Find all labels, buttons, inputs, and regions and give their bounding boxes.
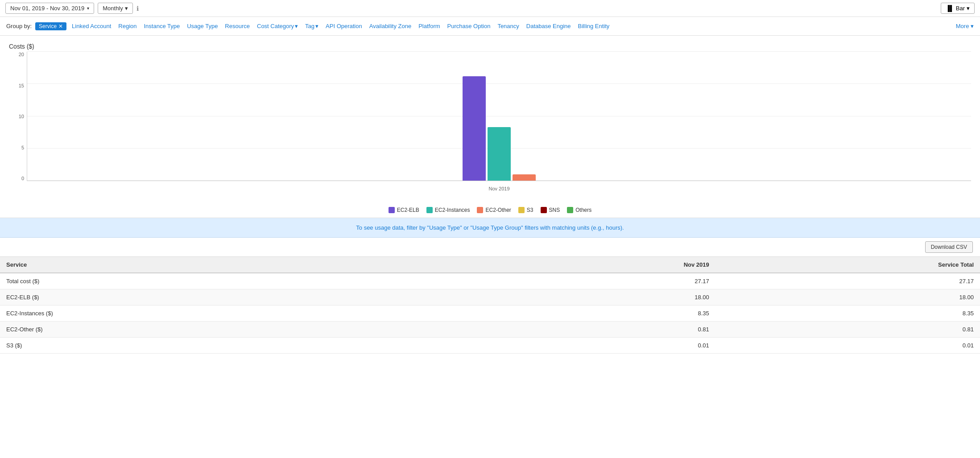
sidebar-item-availability-zone[interactable]: Availability Zone [368, 23, 413, 29]
legend-ec2-elb-label: EC2-ELB [397, 207, 419, 213]
legend-s3-color [518, 207, 525, 213]
x-axis-label: Nov 2019 [488, 186, 509, 191]
cell-nov: 18.00 [372, 289, 715, 305]
cell-nov: 8.35 [372, 305, 715, 322]
bar-ec2-instances[interactable] [488, 127, 511, 181]
chart-legend: EC2-ELB EC2-Instances EC2-Other S3 SNS O… [9, 207, 971, 213]
legend-sns-label: SNS [549, 207, 560, 213]
cell-nov: 27.17 [372, 273, 715, 289]
sidebar-item-platform[interactable]: Platform [417, 23, 442, 29]
legend-ec2-instances: EC2-Instances [426, 207, 470, 213]
cell-service: EC2-Instances ($) [0, 305, 372, 322]
table-row: Total cost ($) 27.17 27.17 [0, 273, 980, 289]
y-label-20: 20 [19, 52, 24, 57]
top-bar-right: ▐▌ Bar ▾ [941, 3, 975, 14]
cell-service: EC2-ELB ($) [0, 289, 372, 305]
chart-y-axis-title: Costs ($) [9, 43, 971, 50]
bar-chart-label: Bar [956, 5, 965, 12]
bar-chart-icon: ▐▌ [946, 5, 954, 12]
date-picker-arrow-icon: ▾ [87, 6, 89, 11]
bar-ec2-elb[interactable] [463, 76, 486, 181]
cost-table: Service Nov 2019 Service Total Total cos… [0, 257, 980, 354]
group-by-bar: Group by: Service ✕ Linked Account Regio… [0, 17, 980, 36]
download-csv-button[interactable]: Download CSV [925, 241, 973, 253]
cell-nov: 0.81 [372, 322, 715, 338]
cell-total: 18.00 [715, 289, 980, 305]
usage-info-banner: To see usage data, filter by "Usage Type… [0, 218, 980, 238]
table-row: EC2-Other ($) 0.81 0.81 [0, 322, 980, 338]
group-by-service-label: Service [39, 23, 57, 29]
bar-chart: 20 15 10 5 0 Nov 2019 [9, 52, 971, 194]
y-label-15: 15 [19, 83, 24, 88]
cell-total: 8.35 [715, 305, 980, 322]
cell-total: 0.81 [715, 322, 980, 338]
group-by-service-tag[interactable]: Service ✕ [35, 22, 66, 30]
cell-service: Total cost ($) [0, 273, 372, 289]
group-by-label: Group by: [6, 23, 32, 29]
cost-table-container[interactable]: Service Nov 2019 Service Total Total cos… [0, 257, 980, 354]
y-axis: 20 15 10 5 0 [9, 52, 27, 181]
chart-area: Costs ($) 20 15 10 5 0 [0, 36, 980, 218]
chart-type-picker[interactable]: ▐▌ Bar ▾ [941, 3, 975, 14]
legend-ec2-elb: EC2-ELB [389, 207, 419, 213]
sidebar-item-api-operation[interactable]: API Operation [324, 23, 364, 29]
cell-nov: 0.01 [372, 338, 715, 354]
cell-service: EC2-Other ($) [0, 322, 372, 338]
cost-category-arrow-icon: ▾ [295, 23, 298, 29]
legend-sns: SNS [541, 207, 560, 213]
tag-arrow-icon: ▾ [315, 23, 318, 29]
y-label-10: 10 [19, 114, 24, 119]
col-header-service: Service [0, 257, 372, 273]
legend-others-color [567, 207, 573, 213]
info-icon[interactable]: ℹ [136, 5, 139, 12]
granularity-picker[interactable]: Monthly ▾ [98, 3, 133, 14]
y-label-0: 0 [21, 176, 24, 181]
granularity-arrow-icon: ▾ [125, 5, 128, 12]
sidebar-item-purchase-option[interactable]: Purchase Option [446, 23, 492, 29]
sidebar-item-linked-account[interactable]: Linked Account [70, 23, 113, 29]
legend-ec2-instances-label: EC2-Instances [435, 207, 470, 213]
info-banner-text: To see usage data, filter by "Usage Type… [356, 224, 624, 231]
table-row: S3 ($) 0.01 0.01 [0, 338, 980, 354]
legend-others: Others [567, 207, 591, 213]
date-range-label: Nov 01, 2019 - Nov 30, 2019 [10, 5, 84, 12]
cell-service: S3 ($) [0, 338, 372, 354]
sidebar-item-tag[interactable]: Tag ▾ [303, 23, 320, 29]
chart-inner: Nov 2019 [27, 52, 971, 181]
legend-s3-label: S3 [527, 207, 533, 213]
sidebar-item-billing-entity[interactable]: Billing Entity [576, 23, 612, 29]
sidebar-item-tenancy[interactable]: Tenancy [496, 23, 521, 29]
table-row: EC2-ELB ($) 18.00 18.00 [0, 289, 980, 305]
sidebar-item-database-engine[interactable]: Database Engine [525, 23, 573, 29]
legend-ec2-elb-color [389, 207, 395, 213]
date-range-picker[interactable]: Nov 01, 2019 - Nov 30, 2019 ▾ [5, 3, 94, 14]
col-header-nov: Nov 2019 [372, 257, 715, 273]
table-header-row: Service Nov 2019 Service Total [0, 257, 980, 273]
top-bar: Nov 01, 2019 - Nov 30, 2019 ▾ Monthly ▾ … [0, 0, 980, 17]
granularity-label: Monthly [103, 5, 123, 12]
cell-total: 27.17 [715, 273, 980, 289]
table-row: EC2-Instances ($) 8.35 8.35 [0, 305, 980, 322]
legend-sns-color [541, 207, 547, 213]
legend-ec2-other: EC2-Other [477, 207, 511, 213]
bar-ec2-other[interactable] [513, 174, 536, 181]
legend-others-label: Others [575, 207, 591, 213]
sidebar-item-cost-category[interactable]: Cost Category ▾ [255, 23, 300, 29]
cell-total: 0.01 [715, 338, 980, 354]
col-header-total: Service Total [715, 257, 980, 273]
legend-ec2-other-color [477, 207, 483, 213]
more-groupby-link[interactable]: More ▾ [956, 23, 974, 29]
y-label-5: 5 [21, 145, 24, 150]
sidebar-item-instance-type[interactable]: Instance Type [142, 23, 182, 29]
bars-group [463, 76, 536, 181]
legend-ec2-other-label: EC2-Other [485, 207, 511, 213]
download-bar: Download CSV [0, 238, 980, 257]
legend-ec2-instances-color [426, 207, 433, 213]
sidebar-item-resource[interactable]: Resource [223, 23, 252, 29]
bar-chart-arrow-icon: ▾ [967, 5, 970, 12]
legend-s3: S3 [518, 207, 533, 213]
sidebar-item-region[interactable]: Region [116, 23, 138, 29]
top-bar-left: Nov 01, 2019 - Nov 30, 2019 ▾ Monthly ▾ … [5, 3, 139, 14]
sidebar-item-usage-type[interactable]: Usage Type [185, 23, 219, 29]
remove-group-tag-icon[interactable]: ✕ [58, 23, 63, 29]
